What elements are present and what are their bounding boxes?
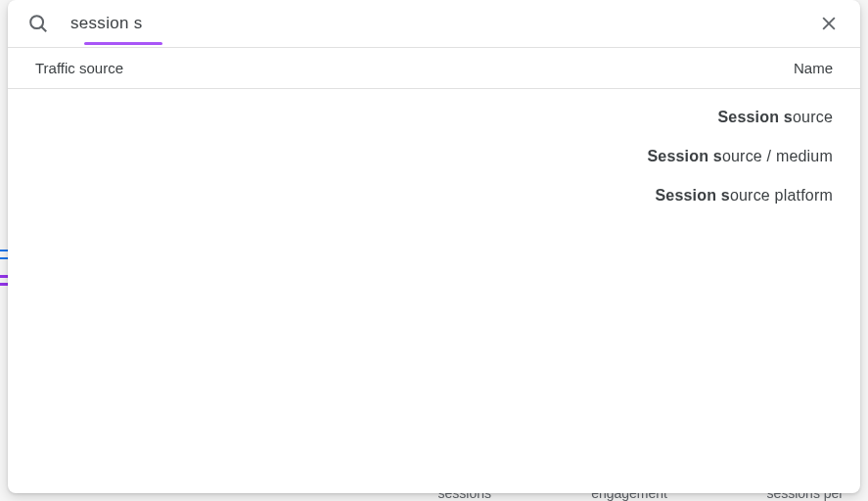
column-header-row: Traffic source Name: [8, 47, 860, 89]
result-item[interactable]: Session source: [717, 109, 833, 126]
results-list: Session sourceSession source / mediumSes…: [35, 109, 833, 205]
search-row: [8, 0, 860, 47]
svg-point-0: [30, 16, 43, 28]
search-input[interactable]: [70, 14, 796, 33]
svg-line-1: [41, 26, 46, 31]
category-column-header: Traffic source: [35, 60, 123, 76]
search-annotation-underline: [84, 42, 162, 45]
close-button[interactable]: [817, 12, 841, 35]
close-icon: [819, 14, 839, 33]
results-area: Session sourceSession source / mediumSes…: [8, 89, 860, 493]
result-item[interactable]: Session source / medium: [647, 148, 833, 165]
name-column-header: Name: [794, 60, 833, 76]
result-item[interactable]: Session source platform: [655, 187, 833, 205]
dimension-picker-dialog: Traffic source Name Session sourceSessio…: [8, 0, 860, 493]
highlighted-result-wrapper: Session source / medium: [647, 148, 833, 165]
search-icon: [27, 13, 49, 34]
